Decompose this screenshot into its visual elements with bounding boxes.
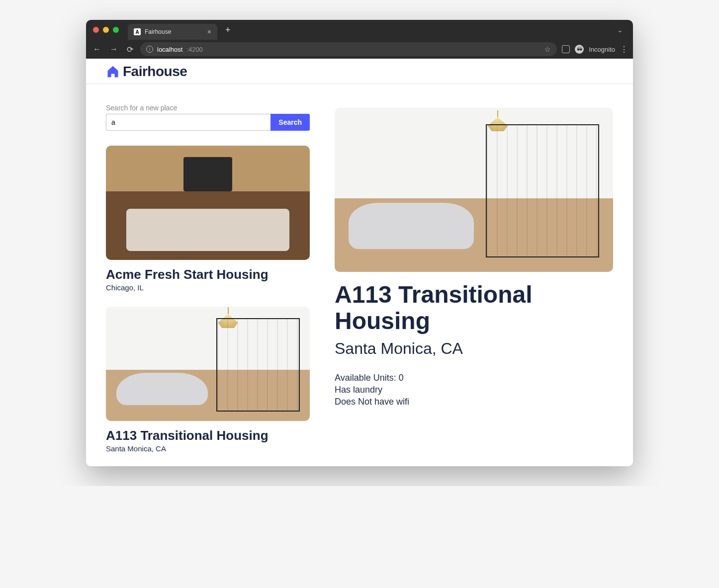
listing-location: Chicago, IL	[106, 283, 310, 292]
tab-close-icon[interactable]: ×	[207, 28, 211, 36]
detail-image	[335, 108, 613, 272]
search-form: Search	[106, 114, 310, 131]
tabs-overflow-icon[interactable]: ⌄	[614, 26, 626, 34]
incognito-icon: 🕶	[575, 45, 584, 54]
url-host: localhost	[157, 46, 182, 53]
listing-location: Santa Monica, CA	[106, 444, 310, 453]
listing-title: A113 Transitional Housing	[106, 428, 310, 443]
listings-column: Search for a new place Search Acme Fresh…	[106, 104, 310, 453]
listing-card[interactable]: A113 Transitional Housing Santa Monica, …	[106, 307, 310, 453]
listing-card[interactable]: Acme Fresh Start Housing Chicago, IL	[106, 146, 310, 292]
extensions-icon[interactable]	[562, 45, 570, 53]
address-bar[interactable]: i localhost:4200 ☆	[140, 42, 557, 56]
bookmark-star-icon[interactable]: ☆	[544, 45, 551, 53]
maximize-window-button[interactable]	[113, 27, 119, 33]
back-button[interactable]: ←	[91, 43, 103, 56]
url-port: :4200	[186, 46, 203, 53]
chandelier-icon	[218, 311, 238, 331]
page-viewport[interactable]: Fairhouse Search for a new place Search …	[86, 59, 633, 466]
app-header: Fairhouse	[86, 59, 633, 84]
chandelier-icon	[488, 114, 508, 134]
forward-button[interactable]: →	[108, 43, 120, 56]
close-window-button[interactable]	[93, 27, 99, 33]
wifi-row: Does Not have wifi	[335, 396, 613, 408]
detail-title: A113 Transitional Housing	[335, 282, 613, 335]
listing-title: Acme Fresh Start Housing	[106, 267, 310, 282]
detail-location: Santa Monica, CA	[335, 339, 613, 358]
window-controls	[93, 27, 119, 33]
search-label: Search for a new place	[106, 104, 310, 112]
search-input[interactable]	[106, 114, 270, 131]
search-button[interactable]: Search	[270, 114, 310, 131]
browser-window: A Fairhouse × + ⌄ ← → ⟳ i localhost:4200…	[86, 20, 633, 466]
svg-rect-0	[111, 74, 114, 77]
minimize-window-button[interactable]	[103, 27, 109, 33]
browser-tab[interactable]: A Fairhouse ×	[128, 24, 217, 40]
tab-title: Fairhouse	[145, 28, 171, 35]
available-units-value: 0	[399, 373, 404, 383]
browser-toolbar: ← → ⟳ i localhost:4200 ☆ 🕶 Incognito ⋮	[86, 40, 633, 59]
laundry-row: Has laundry	[335, 384, 613, 396]
site-info-icon[interactable]: i	[146, 46, 153, 53]
available-units-label: Available Units:	[335, 373, 399, 383]
detail-facts: Available Units: 0 Has laundry Does Not …	[335, 372, 613, 408]
tab-favicon: A	[134, 28, 141, 35]
house-logo-icon	[106, 65, 120, 79]
detail-panel: A113 Transitional Housing Santa Monica, …	[335, 104, 613, 408]
listing-image	[106, 146, 310, 260]
reload-button[interactable]: ⟳	[125, 43, 135, 56]
app-brand: Fairhouse	[123, 64, 187, 80]
incognito-label: Incognito	[589, 46, 615, 53]
titlebar: A Fairhouse × + ⌄	[86, 20, 633, 40]
new-tab-button[interactable]: +	[221, 25, 235, 35]
main-content: Search for a new place Search Acme Fresh…	[86, 84, 633, 463]
available-units-row: Available Units: 0	[335, 372, 613, 384]
listing-image	[106, 307, 310, 421]
browser-menu-icon[interactable]: ⋮	[620, 45, 628, 54]
